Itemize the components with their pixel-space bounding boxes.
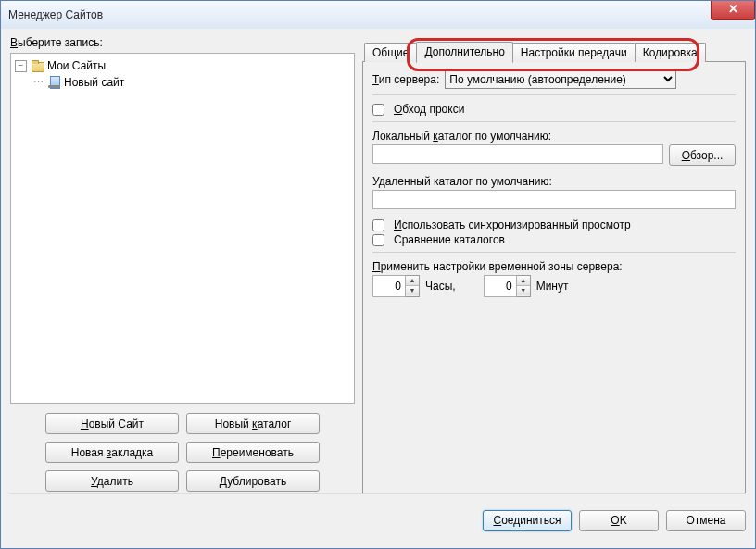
remote-dir-row <box>372 190 736 209</box>
browse-button[interactable]: Обзор... <box>669 144 736 166</box>
close-button[interactable]: ✕ <box>711 1 755 20</box>
tab-general[interactable]: Общие <box>364 43 417 62</box>
chevron-up-icon[interactable]: ▲ <box>517 276 530 286</box>
divider <box>372 121 736 122</box>
upper-panel: Выберите запись: − Мои Сайты ⋯ Новый сай… <box>10 36 746 493</box>
tab-panel-advanced: Тип сервера: По умолчанию (автоопределен… <box>362 61 746 493</box>
server-type-row: Тип сервера: По умолчанию (автоопределен… <box>372 69 736 89</box>
new-bookmark-button[interactable]: Новая закладка <box>45 442 179 463</box>
bypass-proxy-row: Обход прокси <box>372 103 736 116</box>
minutes-spin-buttons[interactable]: ▲▼ <box>517 275 531 297</box>
tab-advanced[interactable]: Дополнительно <box>416 42 512 63</box>
left-button-grid: Новый Сайт Новый каталог Новая закладка … <box>10 404 355 493</box>
right-column: Общие Дополнительно Настройки передачи К… <box>362 36 746 493</box>
local-dir-row: Обзор... <box>372 144 736 166</box>
tz-inputs-row: ▲▼ Часы, ▲▼ Минут <box>372 275 736 297</box>
cancel-button[interactable]: Отмена <box>666 510 746 531</box>
hours-input[interactable] <box>372 275 406 297</box>
local-dir-input[interactable] <box>372 144 663 164</box>
delete-button[interactable]: Удалить <box>45 470 179 492</box>
chevron-down-icon[interactable]: ▼ <box>517 286 530 295</box>
left-column: Выберите запись: − Мои Сайты ⋯ Новый сай… <box>10 36 355 493</box>
compare-dirs-row: Сравнение каталогов <box>372 233 736 246</box>
sync-browse-checkbox[interactable] <box>372 219 384 231</box>
duplicate-button[interactable]: Дублировать <box>186 470 320 492</box>
site-tree[interactable]: − Мои Сайты ⋯ Новый сайт <box>10 53 355 404</box>
tree-root-item[interactable]: − Мои Сайты <box>13 57 352 74</box>
sync-browse-row: Использовать синхронизированный просмотр <box>372 218 736 231</box>
tree-collapse-icon[interactable]: − <box>15 60 27 72</box>
minutes-input[interactable] <box>484 275 517 297</box>
connect-button[interactable]: Соединиться <box>483 510 572 531</box>
tree-root-label: Мои Сайты <box>47 59 106 72</box>
chevron-down-icon[interactable]: ▼ <box>406 286 419 295</box>
bypass-proxy-label: Обход прокси <box>394 103 464 116</box>
titlebar: Менеджер Сайтов ✕ <box>1 1 755 30</box>
tab-transfer[interactable]: Настройки передачи <box>512 43 636 62</box>
hours-spin-buttons[interactable]: ▲▼ <box>406 275 420 297</box>
folder-icon <box>31 58 45 73</box>
divider <box>372 252 736 253</box>
server-icon <box>47 75 62 90</box>
divider <box>372 94 736 95</box>
window-body: Выберите запись: − Мои Сайты ⋯ Новый сай… <box>1 29 755 548</box>
hours-label: Часы, <box>425 280 456 293</box>
new-folder-button[interactable]: Новый каталог <box>186 413 320 434</box>
tz-label: Применить настройки временной зоны серве… <box>372 260 623 273</box>
remote-dir-label: Удаленный каталог по умолчанию: <box>372 175 552 188</box>
minutes-spinner: ▲▼ <box>484 275 531 297</box>
ok-button[interactable]: OK <box>579 510 659 531</box>
new-site-button[interactable]: Новый Сайт <box>45 413 179 434</box>
tab-bar: Общие Дополнительно Настройки передачи К… <box>364 42 746 62</box>
remote-dir-input[interactable] <box>372 190 736 209</box>
chevron-up-icon[interactable]: ▲ <box>406 276 419 286</box>
server-type-select[interactable]: По умолчанию (автоопределение) <box>445 69 676 89</box>
compare-dirs-label: Сравнение каталогов <box>394 233 505 246</box>
rename-button[interactable]: Переименовать <box>186 442 320 463</box>
server-type-label: Тип сервера: <box>372 73 439 86</box>
tab-charset[interactable]: Кодировка <box>635 43 706 62</box>
remote-dir-label-row: Удаленный каталог по умолчанию: <box>372 175 736 188</box>
local-dir-label-row: Локальный каталог по умолчанию: <box>372 130 736 143</box>
minutes-label: Минут <box>536 280 569 293</box>
window-title: Менеджер Сайтов <box>8 8 103 21</box>
select-entry-label: Выберите запись: <box>10 36 355 49</box>
footer-bar: Соединиться OK Отмена <box>10 493 746 539</box>
tree-child-label: Новый сайт <box>64 76 124 89</box>
bypass-proxy-checkbox[interactable] <box>372 104 384 116</box>
hours-spinner: ▲▼ <box>372 275 420 297</box>
compare-dirs-checkbox[interactable] <box>372 234 384 246</box>
tz-label-row: Применить настройки временной зоны серве… <box>372 260 736 273</box>
tree-child-item[interactable]: ⋯ Новый сайт <box>13 74 352 91</box>
site-manager-window: Менеджер Сайтов ✕ Выберите запись: − Мои… <box>0 0 756 549</box>
local-dir-label: Локальный каталог по умолчанию: <box>372 130 551 143</box>
tree-line-icon: ⋯ <box>33 77 44 89</box>
sync-browse-label: Использовать синхронизированный просмотр <box>394 218 631 231</box>
